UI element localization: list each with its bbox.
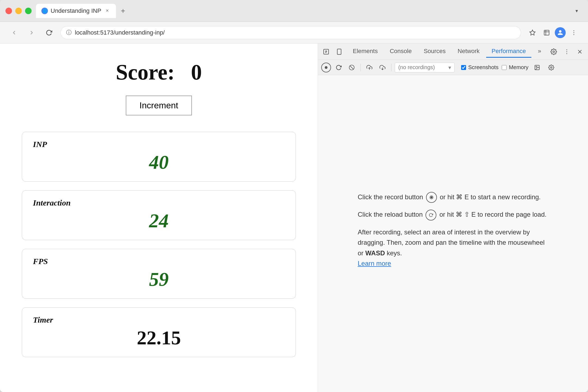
score-value: 0	[191, 60, 202, 84]
traffic-lights	[5, 8, 32, 14]
memory-checkbox[interactable]	[502, 65, 507, 70]
address-bar: ⓘ localhost:5173/understanding-inp/	[0, 22, 588, 44]
svg-point-20	[551, 67, 552, 68]
perf-download-button[interactable]	[377, 62, 388, 73]
screenshots-checkbox[interactable]	[461, 65, 466, 70]
interaction-label: Interaction	[33, 198, 285, 207]
inp-label: INP	[33, 140, 285, 149]
forward-button[interactable]	[26, 27, 38, 39]
tab-network[interactable]: Network	[452, 45, 485, 58]
instruction-line1: Click the record button or hit ⌘ E to st…	[358, 192, 548, 203]
svg-rect-5	[337, 49, 341, 54]
devtools-close-button[interactable]	[574, 46, 586, 58]
tab-console[interactable]: Console	[384, 45, 417, 58]
svg-point-8	[566, 49, 567, 50]
tab-favicon: 🌐	[41, 8, 48, 14]
inp-card: INP 40	[22, 132, 296, 182]
reload-button[interactable]	[43, 27, 55, 39]
tab-close-button[interactable]: ×	[104, 8, 111, 14]
svg-point-1	[574, 30, 574, 31]
close-traffic-light[interactable]	[5, 8, 12, 14]
tab-sources[interactable]: Sources	[418, 45, 451, 58]
perf-settings-button[interactable]	[546, 62, 557, 73]
screenshots-checkbox-group[interactable]: Screenshots	[461, 64, 498, 71]
perf-upload-button[interactable]	[364, 62, 375, 73]
interaction-value: 24	[33, 210, 285, 232]
tab-performance[interactable]: Performance	[486, 45, 531, 58]
inp-value: 40	[33, 151, 285, 174]
svg-line-15	[350, 66, 353, 69]
svg-point-19	[536, 66, 537, 67]
timer-value: 22.15	[33, 327, 285, 349]
browser-menu-button[interactable]	[568, 27, 580, 39]
bookmark-button[interactable]	[526, 27, 538, 39]
url-security-icon: ⓘ	[66, 29, 72, 36]
svg-point-7	[553, 51, 555, 53]
perf-capture-button[interactable]	[532, 62, 543, 73]
main-area: Score: 0 Increment INP 40 Interaction 24…	[0, 44, 588, 392]
devtools-more-button[interactable]	[561, 46, 573, 58]
timer-label: Timer	[33, 315, 285, 324]
toolbar-separator-2	[391, 64, 391, 71]
devtools-tab-bar: Elements Console Sources Network Perform…	[318, 44, 588, 60]
minimize-traffic-light[interactable]	[15, 8, 22, 14]
learn-more-link[interactable]: Learn more	[358, 260, 391, 267]
tab-elements[interactable]: Elements	[347, 45, 383, 58]
toolbar-separator-1	[360, 64, 361, 71]
tab-title: Understanding INP	[51, 7, 101, 14]
screenshots-label: Screenshots	[468, 64, 498, 71]
memory-checkbox-group[interactable]: Memory	[502, 64, 528, 71]
instruction-line2: Click the reload button or hit ⌘ ⇧ E to …	[358, 209, 548, 220]
performance-toolbar: (no recordings) ▾ Screenshots Memory	[318, 60, 588, 75]
new-tab-button[interactable]: +	[117, 5, 129, 17]
svg-point-2	[574, 32, 574, 33]
svg-point-21	[430, 196, 433, 198]
memory-label: Memory	[509, 64, 528, 71]
fps-value: 59	[33, 268, 285, 291]
score-display: Score: 0	[22, 60, 296, 85]
devtools-inspect-button[interactable]	[320, 46, 332, 58]
toolbar-icons	[526, 27, 580, 39]
browser-window: 🌐 Understanding INP × + ▾ ⓘ localho	[0, 0, 588, 392]
tab-more[interactable]: »	[532, 45, 547, 58]
url-text: localhost:5173/understanding-inp/	[75, 29, 515, 36]
devtools-panel: Elements Console Sources Network Perform…	[318, 44, 588, 392]
tab-dropdown-button[interactable]: ▾	[571, 5, 583, 17]
svg-marker-0	[530, 30, 535, 35]
extension-button[interactable]	[541, 27, 553, 39]
fps-label: FPS	[33, 257, 285, 266]
increment-button[interactable]: Increment	[126, 96, 192, 115]
devtools-device-button[interactable]	[333, 46, 345, 58]
tab-bar: 🌐 Understanding INP × +	[36, 4, 566, 18]
perf-clear-button[interactable]	[346, 62, 357, 73]
score-label: Score:	[116, 60, 174, 84]
devtools-right-controls	[548, 46, 586, 58]
performance-instructions: Click the record button or hit ⌘ E to st…	[358, 192, 548, 275]
url-bar[interactable]: ⓘ localhost:5173/understanding-inp/	[60, 26, 521, 39]
interaction-card: Interaction 24	[22, 190, 296, 240]
svg-point-3	[574, 34, 574, 35]
inline-reload-icon	[425, 210, 436, 220]
devtools-content: Click the record button or hit ⌘ E to st…	[318, 75, 588, 392]
back-button[interactable]	[8, 27, 20, 39]
devtools-left-icons	[320, 46, 345, 58]
webpage: Score: 0 Increment INP 40 Interaction 24…	[0, 44, 318, 392]
recordings-dropdown[interactable]: (no recordings) ▾	[395, 63, 455, 72]
instruction-line3: After recording, select an area of inter…	[358, 227, 548, 269]
svg-point-9	[566, 51, 567, 52]
perf-reload-button[interactable]	[333, 62, 344, 73]
devtools-settings-button[interactable]	[548, 46, 560, 58]
timer-card: Timer 22.15	[22, 307, 296, 357]
perf-right-controls: Screenshots Memory	[461, 62, 557, 73]
svg-point-10	[566, 53, 567, 54]
record-button[interactable]	[321, 63, 331, 72]
recordings-placeholder: (no recordings)	[398, 64, 435, 71]
title-bar: 🌐 Understanding INP × + ▾	[0, 0, 588, 22]
fps-card: FPS 59	[22, 249, 296, 299]
active-tab[interactable]: 🌐 Understanding INP ×	[36, 4, 116, 18]
account-button[interactable]	[555, 27, 566, 38]
maximize-traffic-light[interactable]	[25, 8, 32, 14]
svg-point-13	[325, 66, 327, 69]
inline-record-icon	[426, 192, 437, 203]
